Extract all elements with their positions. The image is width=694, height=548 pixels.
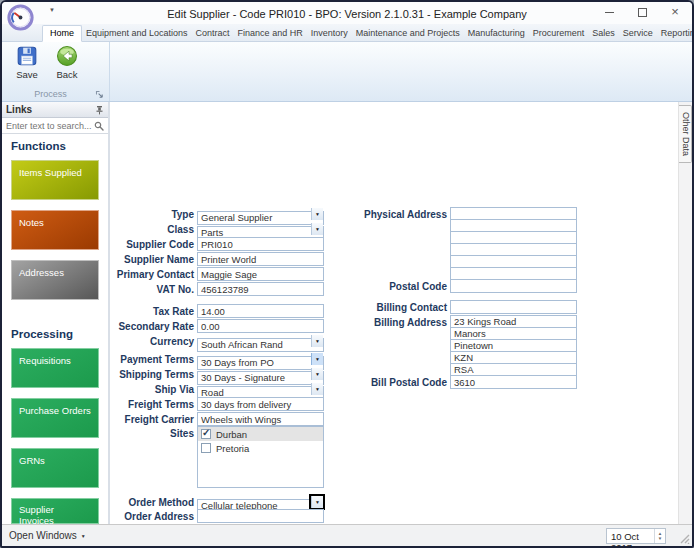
minimize-window-icon[interactable] <box>602 6 616 18</box>
links-search-input[interactable] <box>6 121 94 131</box>
currency-dropdown-icon[interactable]: ▼ <box>311 335 323 347</box>
primary-contact-label: Primary Contact <box>110 269 194 280</box>
sidebar-item-addresses[interactable]: Addresses <box>11 260 99 300</box>
field-billing-address: Billing Address <box>363 315 450 329</box>
search-icon[interactable] <box>94 121 104 131</box>
bill-postal-code-input[interactable] <box>450 375 577 389</box>
freight-terms-input[interactable] <box>197 397 324 411</box>
sidebar-item-grns[interactable]: GRNs <box>11 448 99 488</box>
tab-manufacturing[interactable]: Manufacturing <box>464 25 529 41</box>
tab-inventory[interactable]: Inventory <box>307 25 352 41</box>
tab-reporting[interactable]: Reporting <box>657 25 694 41</box>
status-date-value: 10 Oct 2017 <box>607 529 654 543</box>
links-panel-title: Links <box>6 104 32 115</box>
open-windows-button[interactable]: Open Windows ▼ <box>9 530 86 541</box>
group-dialog-launcher-icon[interactable] <box>95 90 104 99</box>
durban-checkbox[interactable]: ✓ <box>201 429 211 439</box>
secondary-rate-input[interactable] <box>197 319 324 333</box>
payment-terms-label: Payment Terms <box>110 354 194 365</box>
billing-address-lines <box>450 315 577 376</box>
links-panel-header: Links <box>2 102 108 118</box>
physical-address-label: Physical Address <box>363 209 447 220</box>
open-windows-label: Open Windows <box>9 530 77 541</box>
ribbon: Save Back Process <box>2 42 692 102</box>
supplier-code-label: Supplier Code <box>110 239 194 250</box>
sidebar-item-purchase-orders[interactable]: Purchase Orders <box>11 398 99 438</box>
field-primary-contact: Primary Contact <box>110 267 324 281</box>
date-spinner[interactable]: ▲ ▼ <box>654 529 665 543</box>
shipping-terms-dropdown-icon[interactable]: ▼ <box>311 368 323 380</box>
secondary-rate-label: Secondary Rate <box>110 321 194 332</box>
supplier-code-input[interactable] <box>197 237 324 251</box>
title-bar: ▼ Edit Supplier - Code PRI010 - BPO: Ver… <box>2 2 692 24</box>
other-data-tab[interactable]: Other Data <box>679 105 692 163</box>
status-bar: Open Windows ▼ 10 Oct 2017 ▲ ▼ <box>2 524 692 546</box>
sidebar-item-notes[interactable]: Notes <box>11 210 99 250</box>
sidebar-item-items-supplied[interactable]: Items Supplied <box>11 160 99 200</box>
vat-no-input[interactable] <box>197 282 324 296</box>
sidebar-item-requisitions[interactable]: Requisitions <box>11 348 99 388</box>
field-physical-address: Physical Address <box>363 207 450 221</box>
sidebar-item-supplier-invoices[interactable]: Supplier Invoices <box>11 498 99 524</box>
save-button-label: Save <box>8 69 46 80</box>
save-button[interactable]: Save <box>8 45 46 80</box>
window-title: Edit Supplier - Code PRI010 - BPO: Versi… <box>2 6 692 20</box>
site-option-durban[interactable]: ✓ Durban <box>198 427 323 441</box>
sites-label: Sites <box>110 428 194 439</box>
pretoria-checkbox[interactable]: ✓ <box>201 443 211 453</box>
app-logo-icon[interactable] <box>7 4 34 31</box>
back-button[interactable]: Back <box>48 45 86 80</box>
field-sites: Sites <box>110 426 197 440</box>
supplier-name-input[interactable] <box>197 252 324 266</box>
field-currency: Currency ▼ <box>110 334 324 348</box>
class-dropdown-icon[interactable]: ▼ <box>311 223 323 235</box>
field-tax-rate: Tax Rate <box>110 304 324 318</box>
ship-via-dropdown-icon[interactable]: ▼ <box>311 383 323 395</box>
field-secondary-rate: Secondary Rate <box>110 319 324 333</box>
status-date-editor[interactable]: 10 Oct 2017 ▲ ▼ <box>606 528 666 544</box>
close-window-icon[interactable]: × <box>668 6 682 18</box>
field-order-address: Order Address <box>110 509 324 523</box>
links-panel: Links Functions Items Supplied Notes <box>2 102 110 524</box>
tab-contract[interactable]: Contract <box>192 25 234 41</box>
primary-contact-input[interactable] <box>197 267 324 281</box>
order-address-label: Order Address <box>110 511 194 522</box>
pin-icon[interactable] <box>95 105 104 115</box>
tab-home[interactable]: Home <box>42 25 82 42</box>
currency-input[interactable] <box>197 338 324 352</box>
tab-finance-and-hr[interactable]: Finance and HR <box>234 25 307 41</box>
links-panel-content: Functions Items Supplied Notes Addresses… <box>2 134 108 524</box>
order-method-dropdown-icon[interactable]: ▼ <box>311 496 323 508</box>
order-address-input[interactable] <box>197 509 324 523</box>
class-label: Class <box>110 224 194 235</box>
order-method-label: Order Method <box>110 497 194 508</box>
tab-equipment-and-locations[interactable]: Equipment and Locations <box>82 25 192 41</box>
tab-service[interactable]: Service <box>619 25 657 41</box>
supplier-form: Type ▼ Class ▼ Supplier Code Supplier Na… <box>110 102 678 524</box>
tab-sales[interactable]: Sales <box>588 25 619 41</box>
billing-contact-input[interactable] <box>450 300 577 314</box>
field-billing-contact: Billing Contact <box>363 300 577 314</box>
supplier-name-label: Supplier Name <box>110 254 194 265</box>
spinner-down-icon[interactable]: ▼ <box>658 536 662 541</box>
site-option-pretoria[interactable]: ✓ Pretoria <box>198 441 323 455</box>
type-label: Type <box>110 209 194 220</box>
resize-grip[interactable] <box>678 532 690 544</box>
maximize-window-icon[interactable] <box>635 6 649 18</box>
durban-label: Durban <box>216 429 247 440</box>
ribbon-group-label: Process <box>6 89 95 99</box>
postal-code-input[interactable] <box>450 279 577 293</box>
quick-access-dropdown-icon[interactable]: ▼ <box>49 7 55 13</box>
tab-procurement[interactable]: Procurement <box>529 25 589 41</box>
type-dropdown-icon[interactable]: ▼ <box>311 208 323 220</box>
tax-rate-input[interactable] <box>197 304 324 318</box>
currency-label: Currency <box>110 336 194 347</box>
tax-rate-label: Tax Rate <box>110 306 194 317</box>
physical-address-lines <box>450 207 577 280</box>
field-type: Type ▼ <box>110 207 324 221</box>
field-freight-terms: Freight Terms <box>110 397 324 411</box>
tab-maintenance-and-projects[interactable]: Maintenance and Projects <box>352 25 464 41</box>
payment-terms-dropdown-icon[interactable]: ▼ <box>311 353 323 365</box>
freight-carrier-input[interactable] <box>197 412 324 426</box>
app-window: ▼ Edit Supplier - Code PRI010 - BPO: Ver… <box>0 0 694 548</box>
